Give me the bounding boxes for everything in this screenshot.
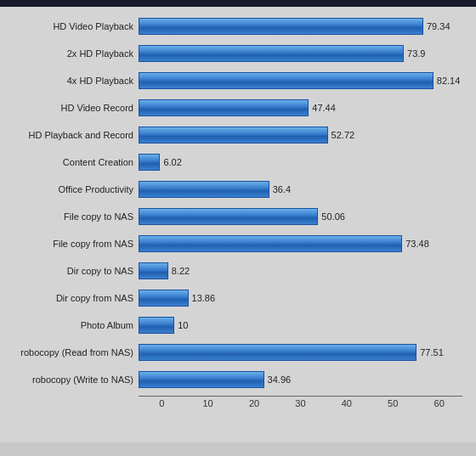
bar-row: File copy to NAS50.06 [7,204,469,229]
bar-fill [139,290,189,307]
bar-value: 10 [178,320,188,330]
bar-label: Content Creation [7,157,139,167]
bar-label: Dir copy from NAS [7,293,139,303]
bar-row: File copy from NAS73.48 [7,231,469,256]
bar-value: 82.14 [437,76,461,86]
bar-fill [139,127,328,144]
bar-track: 8.22 [139,262,469,279]
bar-track: 36.4 [139,181,469,198]
bar-fill [139,344,416,361]
chart-container: HD Video Playback79.342x HD Playback73.9… [0,0,476,456]
bar-value: 36.4 [273,184,291,194]
bar-track: 13.86 [139,290,469,307]
bar-label: File copy to NAS [7,211,139,222]
bar-fill [139,317,174,334]
bar-value: 13.86 [192,293,216,303]
title-bar [0,0,476,7]
bar-row: Office Productivity36.4 [7,177,469,202]
bar-value: 8.22 [172,266,190,276]
bar-value: 52.72 [332,130,355,140]
bar-track: 77.51 [139,344,469,361]
bar-label: 2x HD Playback [7,48,139,59]
x-tick: 30 [277,398,323,408]
bar-label: File copy from NAS [7,239,139,249]
bar-row: 4x HD Playback82.14 [7,68,469,93]
bar-row: robocopy (Write to NAS)34.96 [7,367,469,392]
bar-row: Dir copy to NAS8.22 [7,258,469,284]
bar-label: HD Video Record [7,103,139,113]
bar-fill [139,18,423,35]
bar-fill [139,154,160,171]
bar-value: 47.44 [312,103,336,113]
bar-value: 50.06 [321,211,345,222]
bar-track: 52.72 [139,127,469,144]
bar-track: 73.9 [139,45,469,62]
bar-track: 47.44 [139,99,469,116]
bar-fill [139,181,269,198]
x-tick: 0 [139,398,184,408]
bar-label: Dir copy to NAS [7,266,139,276]
bar-row: Content Creation6.02 [7,149,469,175]
bar-fill [139,208,318,225]
bar-fill [139,99,309,116]
bar-track: 79.34 [139,18,469,35]
bar-fill [139,262,168,279]
bar-value: 79.34 [427,21,450,31]
bar-value: 73.9 [407,48,425,59]
bar-value: 6.02 [163,157,181,167]
bar-label: robocopy (Read from NAS) [7,347,139,357]
bar-label: HD Playback and Record [7,130,139,140]
bar-value: 73.48 [405,239,429,249]
bar-value: 77.51 [420,347,444,357]
x-tick: 10 [184,398,230,408]
x-axis: 0102030405060708090 [139,398,476,408]
bar-fill [139,45,404,62]
bar-track: 34.96 [139,371,469,388]
x-tick: 60 [416,398,462,408]
bar-row: HD Video Record47.44 [7,95,469,121]
bar-fill [139,72,434,89]
bar-value: 34.96 [268,374,292,385]
bars-section: HD Video Playback79.342x HD Playback73.9… [7,14,469,394]
bar-row: robocopy (Read from NAS)77.51 [7,340,469,365]
x-tick: 70 [462,398,476,408]
bar-label: HD Video Playback [7,21,139,31]
bar-row: Dir copy from NAS13.86 [7,285,469,311]
x-tick: 40 [324,398,370,408]
bar-track: 82.14 [139,72,469,89]
bar-track: 50.06 [139,208,469,225]
bar-row: 2x HD Playback73.9 [7,41,469,66]
chart-area: HD Video Playback79.342x HD Playback73.9… [0,7,476,442]
bar-track: 73.48 [139,235,469,252]
bar-label: 4x HD Playback [7,76,139,86]
x-tick: 20 [231,398,277,408]
bar-label: Photo Album [7,320,139,330]
bar-row: Photo Album10 [7,312,469,338]
bar-row: HD Video Playback79.34 [7,14,469,39]
bar-row: HD Playback and Record52.72 [7,122,469,148]
bar-label: Office Productivity [7,184,139,194]
x-tick: 50 [370,398,416,408]
bar-label: robocopy (Write to NAS) [7,374,139,385]
bar-fill [139,371,264,388]
bar-track: 10 [139,317,469,334]
bar-fill [139,235,402,252]
bar-track: 6.02 [139,154,469,171]
